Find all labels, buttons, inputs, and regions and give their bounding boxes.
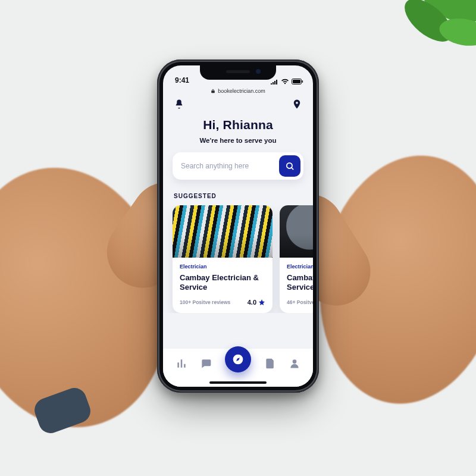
- card-image: [280, 205, 313, 258]
- search-button[interactable]: [279, 155, 300, 177]
- signal-icon: [270, 79, 278, 84]
- card-title: Cambay Electrician & Service: [180, 270, 265, 293]
- home-indicator[interactable]: [209, 381, 267, 384]
- suggested-card[interactable]: Electrician Cambay Electrician & Service…: [173, 205, 273, 313]
- svg-rect-4: [293, 80, 300, 83]
- svg-point-6: [286, 162, 292, 168]
- suggested-card[interactable]: Electrician Cambay Electrician & Service…: [280, 205, 313, 313]
- bar-chart-icon: [176, 358, 187, 369]
- location-pin-icon[interactable]: [292, 99, 302, 112]
- svg-point-1: [397, 0, 459, 49]
- notifications-icon[interactable]: [174, 99, 184, 112]
- card-rating: 4.0: [248, 299, 265, 306]
- search-input[interactable]: [181, 162, 279, 170]
- svg-point-9: [293, 359, 297, 364]
- chat-icon: [200, 358, 212, 369]
- suggested-cards-row[interactable]: Electrician Cambay Electrician & Service…: [163, 205, 313, 313]
- nav-stats[interactable]: [176, 358, 187, 372]
- card-rating-value: 4.0: [248, 299, 256, 306]
- nav-profile[interactable]: [289, 358, 300, 372]
- card-title: Cambay Electrician & Service: [287, 270, 313, 293]
- person-icon: [289, 358, 300, 369]
- nav-chat[interactable]: [200, 358, 212, 372]
- wifi-icon: [281, 79, 289, 84]
- nav-explore-fab[interactable]: [225, 346, 251, 372]
- phone-screen: 9:41 bookelectrician.com Hi, Rhianna We'…: [163, 65, 313, 387]
- phone-notch: [200, 65, 276, 80]
- search-bar[interactable]: [173, 152, 303, 180]
- bottom-nav: [163, 349, 313, 387]
- star-icon: [258, 299, 265, 306]
- svg-line-7: [291, 167, 293, 169]
- card-reviews: 100+ Positve reviews: [180, 299, 230, 305]
- browser-url-bar[interactable]: bookelectrician.com: [163, 86, 313, 98]
- tagline-text: We're here to serve you: [163, 132, 313, 152]
- decorative-leaf: [363, 0, 476, 80]
- document-icon: [264, 358, 276, 369]
- svg-point-2: [437, 15, 476, 49]
- status-indicators: [270, 79, 303, 84]
- svg-point-0: [415, 0, 476, 32]
- greeting-title: Hi, Rhianna: [163, 115, 313, 132]
- phone-frame: 9:41 bookelectrician.com Hi, Rhianna We'…: [157, 60, 319, 393]
- svg-rect-5: [302, 80, 303, 83]
- battery-icon: [292, 79, 303, 84]
- compass-icon: [232, 353, 244, 365]
- card-category: Electrician: [287, 264, 313, 270]
- browser-url: bookelectrician.com: [218, 88, 265, 94]
- card-category: Electrician: [180, 264, 265, 270]
- card-image: [173, 205, 273, 258]
- section-label-suggested: SUGGESTED: [163, 180, 313, 205]
- nav-bookings[interactable]: [264, 358, 276, 372]
- card-reviews: 46+ Positve reviews: [287, 299, 313, 305]
- search-icon: [285, 161, 295, 171]
- status-time: 9:41: [175, 76, 189, 84]
- lock-icon: [211, 89, 215, 93]
